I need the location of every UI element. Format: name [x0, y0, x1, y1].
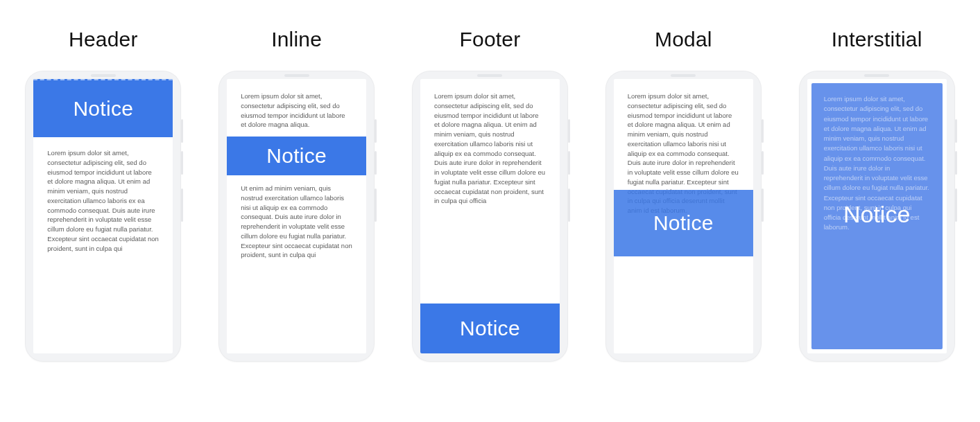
phone-side-button-icon	[568, 188, 570, 222]
phone-screen: Lorem ipsum dolor sit amet, consectetur …	[614, 79, 753, 353]
variant-footer: Footer Lorem ipsum dolor sit amet, conse…	[399, 28, 580, 362]
phone-mockup: Lorem ipsum dolor sit amet, consectetur …	[218, 71, 375, 362]
phone-mockup: Lorem ipsum dolor sit amet, consectetur …	[799, 71, 955, 362]
phone-side-button-icon	[762, 119, 764, 143]
variant-title: Interstitial	[832, 28, 922, 51]
screen-content: Lorem ipsum dolor sit amet, consectetur …	[227, 79, 366, 353]
phone-side-button-icon	[375, 151, 377, 175]
body-text: Lorem ipsum dolor sit amet, consectetur …	[241, 91, 352, 130]
diagram-canvas: Header Notice Lorem ipsum dolor sit amet…	[0, 0, 980, 422]
notice-banner-inline: Notice	[227, 137, 366, 175]
screen-content: Lorem ipsum dolor sit amet, consectetur …	[33, 79, 173, 353]
phone-screen: Lorem ipsum dolor sit amet, consectetur …	[807, 79, 947, 353]
variant-inline: Inline Lorem ipsum dolor sit amet, conse…	[207, 28, 387, 362]
notice-banner-modal: Notice	[614, 190, 753, 256]
variant-title: Header	[69, 28, 138, 51]
phone-screen: Lorem ipsum dolor sit amet, consectetur …	[227, 79, 366, 353]
phone-side-button-icon	[955, 151, 957, 175]
phone-side-button-icon	[955, 188, 957, 222]
notice-label: Notice	[460, 317, 520, 340]
phone-side-button-icon	[181, 151, 183, 175]
body-text: Ut enim ad minim veniam, quis nostrud ex…	[241, 184, 352, 260]
phone-side-button-icon	[375, 188, 377, 222]
phone-side-button-icon	[762, 188, 764, 222]
phone-side-button-icon	[181, 188, 183, 222]
body-text: Lorem ipsum dolor sit amet, consectetur …	[47, 148, 159, 253]
phone-side-button-icon	[568, 151, 570, 175]
notice-label: Notice	[811, 201, 943, 228]
notice-label: Notice	[653, 211, 714, 235]
variant-title: Modal	[655, 28, 712, 51]
phone-screen: Notice Lorem ipsum dolor sit amet, conse…	[33, 79, 173, 353]
phone-mockup: Lorem ipsum dolor sit amet, consectetur …	[605, 71, 762, 362]
body-text: Lorem ipsum dolor sit amet, consectetur …	[434, 91, 546, 206]
notice-interstitial-scrim: Lorem ipsum dolor sit amet, consectetur …	[811, 83, 943, 349]
phone-screen: Lorem ipsum dolor sit amet, consectetur …	[420, 79, 560, 353]
notice-banner-footer: Notice	[420, 304, 560, 353]
phone-mockup: Lorem ipsum dolor sit amet, consectetur …	[412, 71, 568, 362]
variant-title: Footer	[460, 28, 521, 51]
notice-label: Notice	[266, 144, 327, 168]
phone-mockup: Notice Lorem ipsum dolor sit amet, conse…	[25, 71, 181, 362]
variant-modal: Modal Lorem ipsum dolor sit amet, consec…	[593, 28, 773, 362]
variant-interstitial: Interstitial Lorem ipsum dolor sit amet,…	[786, 28, 967, 362]
variant-title: Inline	[271, 28, 322, 51]
variant-header: Header Notice Lorem ipsum dolor sit amet…	[13, 28, 194, 362]
phone-side-button-icon	[762, 151, 764, 175]
variants-row: Header Notice Lorem ipsum dolor sit amet…	[0, 28, 980, 362]
phone-side-button-icon	[568, 119, 570, 143]
phone-side-button-icon	[955, 119, 957, 143]
phone-side-button-icon	[181, 119, 183, 143]
phone-side-button-icon	[375, 119, 377, 143]
